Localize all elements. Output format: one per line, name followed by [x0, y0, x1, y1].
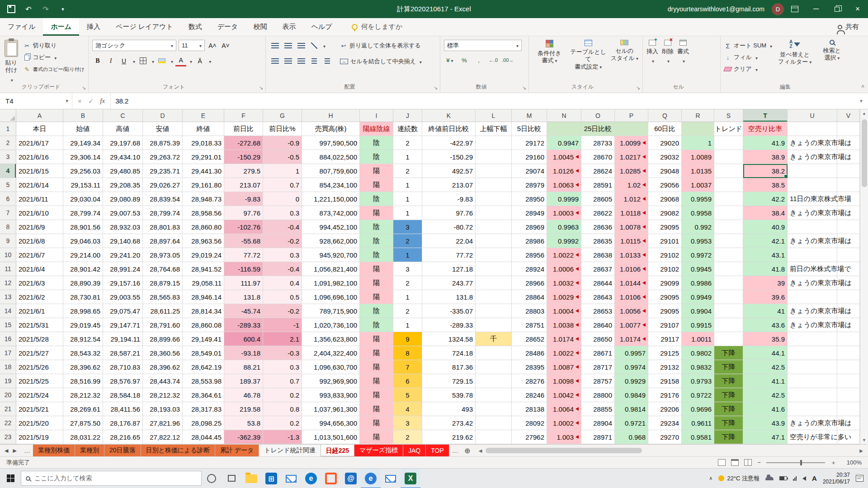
cell-I10[interactable]: 陰	[360, 248, 393, 262]
cell-C16[interactable]: 29,194.11	[103, 332, 143, 346]
cell-P7[interactable]: 1.0118	[615, 206, 648, 220]
font-size-select[interactable]: 11	[179, 40, 205, 51]
sheet-nav-right-icon[interactable]: ▶	[13, 448, 16, 454]
expand-formula-bar-icon[interactable]: ▾	[854, 93, 868, 109]
cell-K17[interactable]: 724.18	[422, 346, 476, 360]
cell-A19[interactable]: 2021/5/25	[16, 374, 63, 388]
cell-P13[interactable]: 1.0106	[615, 290, 648, 304]
cell-D2[interactable]: 28,875.39	[143, 136, 183, 150]
row-header-15[interactable]: 15	[0, 318, 16, 332]
cell-J14[interactable]: 2	[393, 304, 422, 318]
cell-I22[interactable]: 陽	[360, 416, 393, 430]
taskbar-app-mail-at[interactable]: @	[341, 469, 361, 488]
cell-P6[interactable]: 1.012	[615, 192, 648, 206]
italic-button[interactable]: I	[105, 55, 116, 66]
insert-function-icon[interactable]: fx	[100, 97, 105, 105]
cell-J8[interactable]: 3	[393, 220, 422, 234]
cell-Q3[interactable]: 29032	[648, 150, 682, 164]
cell-M4[interactable]: 29074	[512, 164, 547, 178]
ribbon-tab-ファイル[interactable]: ファイル	[0, 18, 43, 36]
cell-O13[interactable]: 28643	[581, 290, 615, 304]
cell-P18[interactable]: 0.9974	[615, 360, 648, 374]
cell-N7[interactable]: 1.0003	[547, 206, 581, 220]
undo-icon[interactable]	[24, 5, 33, 13]
cell-D18[interactable]: 28,396.62	[143, 360, 183, 374]
cell-U1[interactable]	[788, 122, 837, 136]
find-select-button[interactable]: 検索と選択	[817, 40, 846, 83]
cell-V4[interactable]	[837, 164, 860, 178]
cell-R11[interactable]: 0.9945	[682, 262, 714, 276]
cell-C11[interactable]: 28,991.24	[103, 262, 143, 276]
cell-J18[interactable]: 7	[393, 360, 422, 374]
phonetic-button[interactable]: Ä	[194, 55, 205, 66]
cell-U9[interactable]: きょうの東京市場は	[788, 234, 837, 248]
taskbar-app-edge-window[interactable]: e	[361, 469, 381, 488]
network-icon[interactable]	[793, 476, 797, 481]
cell-H2[interactable]: 997,590,500	[302, 136, 360, 150]
cell-C13[interactable]: 29,003.55	[103, 290, 143, 304]
collapse-ribbon-icon[interactable]: ˄	[861, 84, 864, 90]
cell-T8[interactable]: 40.9	[743, 220, 788, 234]
cell-D14[interactable]: 28,611.25	[143, 304, 183, 318]
zoom-out-icon[interactable]: −	[757, 459, 761, 466]
cell-V16[interactable]	[837, 332, 860, 346]
cell-J17[interactable]: 8	[393, 346, 422, 360]
cell-J7[interactable]: 1	[393, 206, 422, 220]
taskbar-search-input[interactable]: ここに入力して検索	[21, 471, 202, 486]
cell-B6[interactable]: 29,030.04	[63, 192, 103, 206]
cell-C10[interactable]: 29,241.20	[103, 248, 143, 262]
cell-P15[interactable]: 1.0077	[615, 318, 648, 332]
cell-P1[interactable]	[615, 122, 648, 136]
row-header-10[interactable]: 10	[0, 248, 16, 262]
cell-C19[interactable]: 28,576.97	[103, 374, 143, 388]
format-cells-button[interactable]: 書式	[677, 40, 689, 83]
cell-O17[interactable]: 28671	[581, 346, 615, 360]
cell-Q19[interactable]: 29158	[648, 374, 682, 388]
cell-N19[interactable]: 1.0098	[547, 374, 581, 388]
cell-K19[interactable]: 729.15	[422, 374, 476, 388]
avatar[interactable]: D	[772, 3, 784, 15]
cell-K15[interactable]: -289.33	[422, 318, 476, 332]
cell-L10[interactable]	[476, 248, 512, 262]
cell-C2[interactable]: 29,197.68	[103, 136, 143, 150]
cell-K21[interactable]: 493	[422, 402, 476, 416]
cell-K3[interactable]: -150.29	[422, 150, 476, 164]
cell-L15[interactable]	[476, 318, 512, 332]
alignment-dialog-launcher-icon[interactable]	[434, 85, 438, 91]
borders-dropdown-icon[interactable]	[151, 57, 154, 65]
cell-R17[interactable]: 0.9802	[682, 346, 714, 360]
cell-I20[interactable]: 陽	[360, 388, 393, 402]
cell-G7[interactable]: 0.3	[263, 206, 302, 220]
cell-O15[interactable]: 28640	[581, 318, 615, 332]
cell-T23[interactable]: 47.1	[743, 430, 788, 444]
cell-I8[interactable]: 陰	[360, 220, 393, 234]
cell-F18[interactable]: 88.21	[224, 360, 263, 374]
cell-styles-button[interactable]: セルのスタイル	[610, 40, 639, 83]
cell-K5[interactable]: 213.07	[422, 178, 476, 192]
sort-filter-button[interactable]: AZ 並べ替えとフィルター	[777, 40, 813, 83]
cell-N22[interactable]: 1.0002	[547, 416, 581, 430]
cell-S18[interactable]: 下降	[714, 360, 743, 374]
cell-J1[interactable]: 連続数	[393, 122, 422, 136]
cell-O19[interactable]: 28757	[581, 374, 615, 388]
cell-M7[interactable]: 28949	[512, 206, 547, 220]
cell-H7[interactable]: 873,742,000	[302, 206, 360, 220]
cell-G19[interactable]: 0.7	[263, 374, 302, 388]
cell-Q14[interactable]: 29095	[648, 304, 682, 318]
cell-Q20[interactable]: 29176	[648, 388, 682, 402]
font-dialog-launcher-icon[interactable]	[259, 85, 263, 91]
cell-H18[interactable]: 1,096,630,700	[302, 360, 360, 374]
cell-E3[interactable]: 29,291.01	[183, 150, 224, 164]
percent-button[interactable]: %	[458, 55, 470, 66]
cell-R14[interactable]: 0.9904	[682, 304, 714, 318]
cell-U8[interactable]	[788, 220, 837, 234]
cell-R9[interactable]: 0.9953	[682, 234, 714, 248]
cell-D7[interactable]: 28,799.74	[143, 206, 183, 220]
cell-S6[interactable]	[714, 192, 743, 206]
cell-B17[interactable]: 28,543.32	[63, 346, 103, 360]
paste-button[interactable]: 貼り付け	[4, 40, 19, 84]
cell-V19[interactable]	[837, 374, 860, 388]
cell-I1[interactable]: 陽線陰線	[360, 122, 393, 136]
cell-B11[interactable]: 28,901.42	[63, 262, 103, 276]
cell-F8[interactable]: -102.76	[224, 220, 263, 234]
